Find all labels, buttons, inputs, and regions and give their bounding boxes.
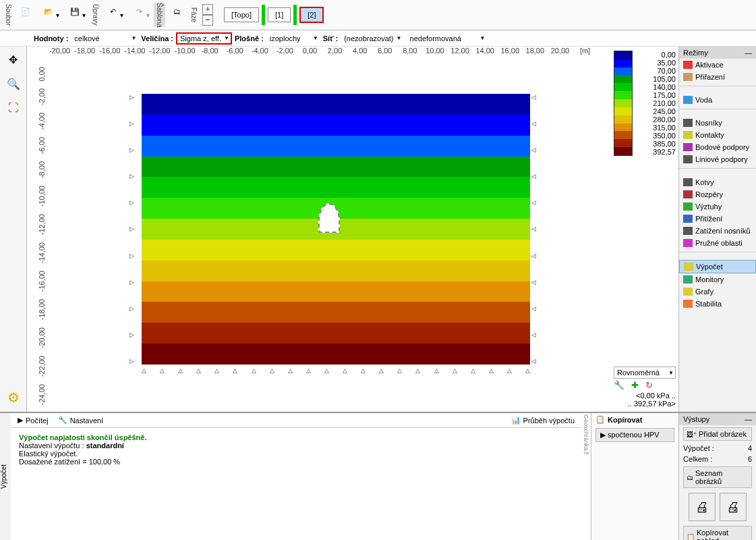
calc-log-success: Výpočet napjatosti skončil úspěšně. (19, 433, 573, 441)
mode-label: Přitížení (695, 215, 722, 223)
settings-button[interactable]: ⚙ (3, 387, 24, 408)
mode-label: Stabilita (695, 300, 722, 308)
mode-item-pružné-oblasti[interactable]: Pružné oblasti (679, 237, 756, 249)
picture-list-button[interactable]: 🗂 Seznam obrázků (683, 466, 752, 488)
mode-item-nosníky[interactable]: Nosníky (679, 117, 756, 129)
mode-icon (683, 215, 693, 223)
mode-item-aktivace[interactable]: Aktivace (679, 59, 756, 71)
quantity-dropdown[interactable]: Sigma z, eff. (176, 32, 232, 45)
phase-status-bar (293, 5, 297, 25)
open-file-button[interactable]: 📂▾ (37, 2, 63, 28)
mode-item-kotvy[interactable]: Kotvy (679, 176, 756, 188)
mode-item-liniové-podpory[interactable]: Liniové podpory (679, 153, 756, 165)
mesh-dropdown[interactable]: (nezobrazovat) (341, 32, 403, 45)
mode-item-kontakty[interactable]: Kontakty (679, 129, 756, 141)
legend-refresh-icon[interactable]: ↻ (645, 380, 653, 390)
ruler-x: -20,00-18,00-16,00-14,00-12,00-10,00-8,0… (27, 47, 611, 60)
mode-icon (683, 202, 693, 211)
save-file-button[interactable]: 💾▾ (63, 2, 90, 28)
copy-hpv-button[interactable]: ▶ spočtenou HPV (595, 428, 674, 442)
mode-label: Zatížení nosníků (695, 227, 750, 235)
mode-item-monitory[interactable]: Monitory (679, 273, 756, 286)
ruler-tick: 0,00 (38, 67, 46, 81)
compute-button[interactable]: ▶ Počítej (18, 416, 49, 425)
boundary-bottom: △△△△△△△△△△△△△△△△△△△△△△ (142, 367, 530, 374)
ruler-tick: -12,00 (38, 214, 46, 235)
phase-tab-topo[interactable]: [Topo] (224, 7, 259, 22)
undo-button[interactable]: ↶▾ (101, 2, 127, 28)
contour-plot[interactable]: ▷▷▷▷▷▷▷▷▷▷▷ ◁◁◁◁◁◁◁◁◁◁◁ △△△△△△△△△△△△△△△△… (47, 60, 611, 412)
mode-label: Kontakty (695, 131, 724, 139)
mode-item-přitížení[interactable]: Přitížení (679, 213, 756, 225)
legend-scale-dropdown[interactable]: Rovnoměrná (614, 367, 676, 379)
template-label: Šablona (154, 3, 165, 28)
copy-view-button[interactable]: 📋 Kopírovat pohled (683, 526, 752, 540)
new-file-button[interactable]: 📄 (14, 2, 37, 28)
ruler-tick: 16,00 (498, 47, 523, 60)
phase-add-button[interactable]: + (202, 4, 213, 15)
mode-label: Voda (695, 96, 712, 104)
redo-icon: ↷ (132, 7, 146, 22)
progress-button[interactable]: 📊 Průběh výpočtu (511, 416, 575, 425)
mode-icon (683, 275, 693, 284)
mode-item-zatížení-nosníků[interactable]: Zatížení nosníků (679, 225, 756, 237)
mode-item-bodové-podpory[interactable]: Bodové podpory (679, 141, 756, 153)
ruler-tick: -10,00 (38, 186, 46, 207)
surface-label: Plošně : (235, 34, 264, 43)
legend-min: <0,00 kPa .. (614, 392, 676, 400)
legend-labels: 0,0035,0070,00105,00140,00175,00210,0024… (633, 51, 676, 156)
mode-label: Rozpěry (695, 190, 723, 198)
print-button-2[interactable]: 🖨 (720, 493, 747, 521)
ruler-tick: -16,00 (97, 47, 122, 60)
print-button-1[interactable]: 🖨 (689, 493, 716, 521)
legend-tools: 🔧 ✚ ↻ (614, 379, 676, 392)
phase-label: Fáze (188, 7, 200, 22)
legend-value: 140,00 (635, 83, 676, 91)
zoom-tool[interactable]: 🔍 (3, 74, 24, 94)
phase-remove-button[interactable]: − (202, 15, 213, 26)
calc-log-line: Elastický výpočet. (19, 450, 573, 458)
mode-icon (683, 143, 693, 151)
minimize-icon[interactable]: — (745, 49, 752, 57)
phase-tab-2[interactable]: [2] (299, 7, 324, 23)
mode-item-voda[interactable]: Voda (679, 94, 756, 106)
copy-panel: 📋 Kopírovat ▶ spočtenou HPV (591, 413, 678, 540)
values-label: Hodnoty : (34, 34, 68, 43)
quantity-label: Veličina : (141, 34, 173, 43)
phase-tab-1[interactable]: [1] (268, 7, 291, 22)
ruler-tick: 4,00 (347, 47, 372, 60)
mode-item-stabilita[interactable]: Stabilita (679, 298, 756, 310)
legend-plus-icon[interactable]: ✚ (631, 380, 639, 390)
legend-value: 210,00 (635, 99, 676, 107)
pan-tool[interactable]: ✥ (3, 49, 24, 70)
main-area: ✥ 🔍 ⛶ ⚙ -20,00-18,00-16,00-14,00-12,00-1… (0, 47, 756, 412)
add-picture-button[interactable]: 🖼⁺ Přidat obrázek (683, 427, 752, 441)
fit-tool[interactable]: ⛶ (3, 98, 24, 118)
print-buttons: 🖨 🖨 (679, 490, 756, 524)
control-bar: Hodnoty : celkové Veličina : Sigma z, ef… (0, 30, 756, 47)
ruler-tick: 18,00 (523, 47, 548, 60)
legend-max: .. 392,57 kPa> (614, 400, 676, 408)
calc-log-line: Dosažené zatížení = 100,00 % (19, 458, 573, 466)
surface-dropdown[interactable]: izoplochy (266, 32, 320, 45)
ruler-tick: -12,00 (147, 47, 172, 60)
calc-settings-button[interactable]: 🔧 Nastavení (58, 416, 104, 425)
template-button[interactable]: 🗂 (165, 2, 188, 28)
bottom-tab-label: Výpočet (0, 413, 11, 540)
legend: 0,0035,0070,00105,00140,00175,00210,0024… (611, 47, 678, 412)
values-dropdown[interactable]: celkové (71, 32, 138, 45)
redo-button[interactable]: ↷▾ (127, 2, 154, 28)
mode-item-přiřazení[interactable]: Přiřazení (679, 71, 756, 83)
mode-label: Pružné oblasti (695, 239, 743, 247)
minimize-icon[interactable]: — (745, 415, 752, 423)
mode-item-grafy[interactable]: Grafy (679, 286, 756, 298)
ruler-tick: 2,00 (322, 47, 347, 60)
mode-item-rozpěry[interactable]: Rozpěry (679, 188, 756, 200)
mode-icon (683, 119, 693, 127)
legend-wrench-icon[interactable]: 🔧 (614, 380, 624, 390)
ruler-tick: -10,00 (172, 47, 197, 60)
mode-item-výpočet[interactable]: Výpočet (679, 260, 756, 273)
tunnel-opening (318, 203, 340, 233)
deform-dropdown[interactable]: nedeformovaná (407, 32, 488, 45)
mode-item-výztuhy[interactable]: Výztuhy (679, 200, 756, 213)
